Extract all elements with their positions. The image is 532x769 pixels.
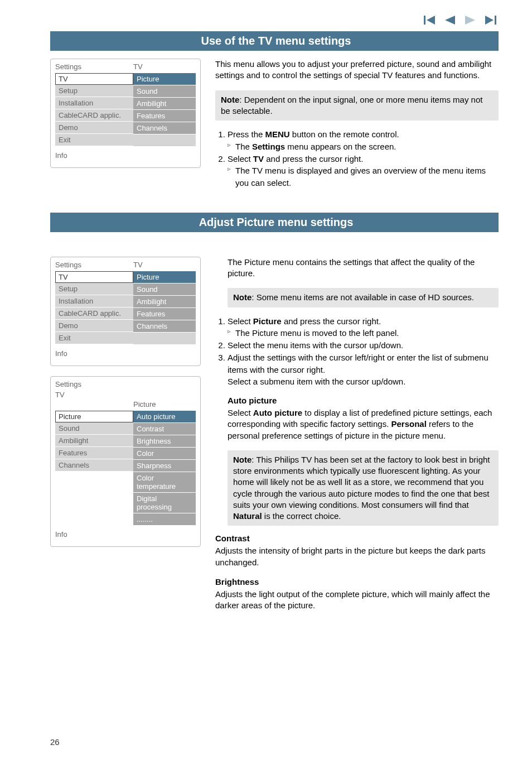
menu2-info: Info: [51, 345, 200, 359]
section1-step1: Press the MENU button on the remote cont…: [228, 128, 499, 153]
section1-step2-sub: The TV menu is displayed and gives an ov…: [228, 165, 499, 189]
play-icon[interactable]: [465, 16, 475, 25]
menu3-sub-sharpness: Sharpness: [133, 460, 196, 472]
menu2-sub-channels: Channels: [133, 320, 196, 333]
menu2-right-header: TV: [133, 261, 143, 269]
section1-note: Note: Dependent on the input signal, one…: [215, 90, 499, 121]
menu2-sub-features: Features: [133, 308, 196, 320]
menu-blank: [133, 134, 196, 147]
auto-picture-note: Note: This Philips TV has been set at th…: [228, 450, 499, 526]
section2-step2: Select the menu items with the cursor up…: [228, 339, 499, 352]
section2-note: Note: Some menu items are not available …: [228, 288, 499, 307]
menu-item-installation: Installation: [55, 97, 133, 109]
menu-item-setup: Setup: [55, 85, 133, 97]
contrast-para: Adjusts the intensity of bright parts in…: [215, 545, 499, 568]
menu2-item-tv: TV: [55, 271, 133, 283]
svg-rect-0: [424, 16, 425, 25]
auto-picture-heading: Auto picture: [228, 396, 499, 405]
menu2-item-installation: Installation: [55, 295, 133, 307]
menu2-sub-ambilight: Ambilight: [133, 296, 196, 308]
menu-sub-sound: Sound: [133, 85, 196, 98]
menu2-sub-sound: Sound: [133, 283, 196, 296]
first-icon[interactable]: [424, 16, 435, 25]
settings-menu-box-1: Settings TV TV Setup Installation CableC…: [50, 59, 201, 168]
menu2-item-demo: Demo: [55, 320, 133, 332]
svg-rect-5: [495, 16, 496, 25]
svg-marker-3: [465, 16, 475, 25]
menu3-sub-more: ........: [133, 513, 196, 526]
menu3-sub-brightness: Brightness: [133, 435, 196, 448]
menu-info: Info: [51, 147, 200, 161]
section1-steps: Press the MENU button on the remote cont…: [215, 128, 499, 189]
menu3-item-picture: Picture: [55, 411, 133, 422]
menu2-left-header: Settings: [55, 261, 133, 269]
menu2-item-exit: Exit: [55, 332, 133, 344]
menu3-sub-color: Color: [133, 448, 196, 460]
menu2-sub-picture: Picture: [133, 271, 196, 283]
section2-step1-sub: The Picture menu is moved to the left pa…: [228, 327, 499, 339]
menu-item-tv: TV: [55, 73, 133, 85]
section2-step1: Select Picture and press the cursor righ…: [228, 315, 499, 340]
menu-item-cablecard: CableCARD applic.: [55, 109, 133, 122]
menu3-sub-digital: Digital processing: [133, 493, 196, 513]
contrast-heading: Contrast: [215, 534, 499, 543]
settings-menu-box-3: Settings TV Picture Picture Sound Ambili…: [50, 376, 201, 547]
menu-item-exit: Exit: [55, 134, 133, 146]
menu-left-header: Settings: [55, 63, 133, 71]
nav-controls: [50, 16, 499, 25]
section2-steps: Select Picture and press the cursor righ…: [215, 315, 499, 388]
menu3-item-channels: Channels: [55, 459, 133, 472]
section2-step3: Adjust the settings with the cursor left…: [228, 352, 499, 388]
menu3-sub-contrast: Contrast: [133, 423, 196, 435]
menu-item-demo: Demo: [55, 122, 133, 134]
menu3-item-ambilight: Ambilight: [55, 435, 133, 447]
menu-sub-ambilight: Ambilight: [133, 98, 196, 110]
section-title-adjust-picture: Adjust Picture menu settings: [50, 213, 499, 232]
note-text: Dependent on the input signal, one or mo…: [221, 95, 482, 116]
svg-marker-1: [427, 16, 435, 25]
menu2-item-setup: Setup: [55, 283, 133, 295]
section-title-use-tv-menu: Use of the TV menu settings: [50, 31, 499, 51]
section1-intro: This menu allows you to adjust your pref…: [215, 59, 499, 81]
settings-menu-box-2: Settings TV TV Setup Installation CableC…: [50, 257, 201, 366]
section1-step1-sub: The Settings menu appears on the screen.: [228, 141, 499, 153]
last-icon[interactable]: [485, 16, 496, 25]
note-label: Note: [221, 95, 239, 104]
auto-picture-para: Select Auto picture to display a list of…: [228, 407, 499, 441]
page-number: 26: [50, 737, 60, 747]
section2-intro: The Picture menu contains the settings t…: [228, 257, 499, 280]
menu3-item-sound: Sound: [55, 422, 133, 435]
menu-blank: [133, 333, 196, 345]
prev-icon[interactable]: [445, 16, 455, 25]
brightness-heading: Brightness: [215, 577, 499, 587]
menu3-sel: TV: [51, 391, 200, 400]
menu-sub-picture: Picture: [133, 73, 196, 85]
menu2-item-cablecard: CableCARD applic.: [55, 307, 133, 320]
menu-sub-features: Features: [133, 110, 196, 122]
menu3-item-features: Features: [55, 447, 133, 459]
menu3-right-header: Picture: [133, 400, 156, 408]
menu-right-header: TV: [133, 63, 143, 71]
menu-sub-channels: Channels: [133, 122, 196, 134]
svg-marker-4: [485, 16, 494, 25]
menu3-info: Info: [51, 526, 200, 540]
menu3-sub-auto: Auto picture: [133, 411, 196, 423]
brightness-para: Adjusts the light output of the complete…: [215, 589, 499, 612]
svg-marker-2: [445, 16, 455, 25]
menu3-left-header: Settings: [55, 380, 133, 388]
section1-step2: Select TV and press the cursor right. Th…: [228, 153, 499, 189]
menu3-sub-colortemp: Color temperature: [133, 472, 196, 493]
